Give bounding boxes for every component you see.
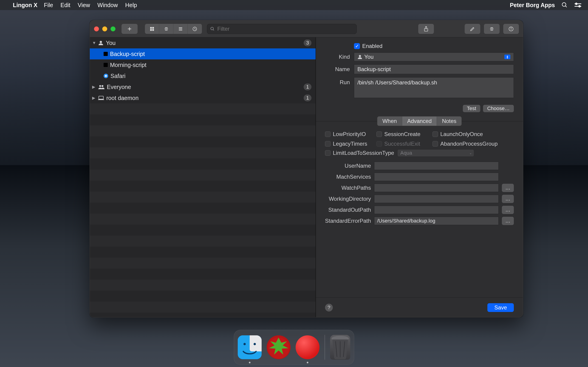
- choose-button[interactable]: Choose…: [483, 105, 514, 112]
- name-input[interactable]: [354, 65, 514, 74]
- sidebar-item-backup-script[interactable]: Backup-script: [90, 48, 316, 59]
- control-center-icon[interactable]: [574, 2, 582, 8]
- maximize-button[interactable]: [111, 26, 115, 31]
- kind-label: Kind: [325, 54, 350, 60]
- sidebar-item-safari[interactable]: Safari: [90, 70, 316, 81]
- tab-notes[interactable]: Notes: [437, 117, 461, 126]
- svg-point-28: [100, 41, 102, 43]
- sidebar-group-everyone[interactable]: ▶ Everyone 1: [90, 81, 316, 92]
- menubar-app[interactable]: Lingon X: [13, 2, 37, 8]
- traffic-lights: [94, 26, 115, 31]
- disclosure-right-icon: ▶: [92, 95, 96, 100]
- standardoutpath-browse-button[interactable]: …: [502, 206, 514, 214]
- dock-trash-icon[interactable]: [330, 335, 350, 360]
- check-lowpriorityio[interactable]: LowPriorityIO: [325, 131, 373, 137]
- dock-indicator-dot: [307, 362, 309, 363]
- kind-select[interactable]: You ▴▾: [354, 52, 514, 61]
- safari-icon: [104, 74, 108, 78]
- dock-divider: [325, 335, 325, 360]
- svg-line-20: [213, 29, 214, 30]
- machservices-input[interactable]: [374, 173, 499, 181]
- list-mode-button[interactable]: [484, 24, 500, 34]
- view-list-center-button[interactable]: [159, 24, 173, 34]
- menubar-right-title[interactable]: Peter Borg Apps: [510, 2, 555, 8]
- search-input[interactable]: [207, 24, 357, 34]
- sidebar-group-count: 3: [304, 40, 311, 46]
- help-button[interactable]: ?: [325, 304, 333, 311]
- sidebar-group-you[interactable]: ▼ You 3: [90, 37, 316, 48]
- svg-rect-8: [150, 27, 152, 28]
- minimize-button[interactable]: [102, 26, 107, 31]
- spotlight-icon[interactable]: [561, 2, 568, 8]
- tab-when[interactable]: When: [377, 117, 402, 126]
- svg-point-4: [575, 3, 578, 5]
- dock-tomato-icon[interactable]: [296, 335, 320, 359]
- test-button[interactable]: Test: [463, 105, 480, 112]
- edit-button[interactable]: [465, 24, 480, 34]
- menu-file[interactable]: File: [44, 2, 53, 8]
- menu-view[interactable]: View: [78, 2, 90, 8]
- sidebar-item-morning-script[interactable]: Morning-script: [90, 59, 316, 70]
- share-button[interactable]: [418, 24, 434, 34]
- svg-rect-32: [98, 99, 104, 100]
- svg-point-19: [211, 27, 214, 30]
- svg-point-33: [359, 55, 361, 57]
- sidebar-group-count: 1: [304, 83, 311, 90]
- dock: [234, 330, 354, 365]
- detail-footer: ? Save: [316, 298, 523, 317]
- svg-point-29: [99, 85, 101, 87]
- close-button[interactable]: [94, 26, 99, 31]
- view-history-button[interactable]: [188, 24, 202, 34]
- people-icon: [98, 84, 104, 90]
- svg-point-0: [562, 3, 566, 6]
- check-legacytimers[interactable]: LegacyTimers: [325, 141, 373, 147]
- sidebar-group-root-daemon[interactable]: ▶ root daemon 1: [90, 92, 316, 103]
- tab-advanced[interactable]: Advanced: [402, 117, 437, 126]
- name-label: Name: [325, 66, 350, 73]
- check-sessioncreate[interactable]: SessionCreate: [376, 131, 429, 137]
- dock-finder-icon[interactable]: [238, 335, 262, 359]
- check-abandonprocessgroup[interactable]: AbandonProcessGroup: [432, 141, 514, 147]
- svg-point-5: [578, 5, 581, 8]
- menubar: Lingon X File Edit View Window Help Pete…: [0, 0, 588, 10]
- disclosure-down-icon: ▼: [92, 41, 96, 45]
- view-grid-button[interactable]: [145, 24, 159, 34]
- workingdirectory-input[interactable]: [374, 195, 499, 203]
- menu-help[interactable]: Help: [125, 2, 137, 8]
- standardoutpath-input[interactable]: [374, 206, 499, 214]
- svg-point-36: [254, 343, 256, 345]
- sidebar-group-label: Everyone: [107, 84, 131, 90]
- save-button[interactable]: Save: [487, 303, 514, 312]
- sidebar-item-label: Safari: [111, 73, 125, 79]
- watchpaths-input[interactable]: [374, 184, 499, 192]
- run-input[interactable]: /bin/sh /Users/Shared/backup.sh: [354, 77, 514, 98]
- view-list-button[interactable]: [173, 24, 188, 34]
- menu-edit[interactable]: Edit: [61, 2, 70, 8]
- username-input[interactable]: [374, 162, 499, 170]
- standarderrorpath-browse-button[interactable]: …: [502, 217, 514, 225]
- disclosure-right-icon: ▶: [92, 84, 96, 90]
- enabled-checkbox[interactable]: ✓: [354, 43, 360, 49]
- detail-tabs: When Advanced Notes: [377, 116, 462, 126]
- info-button[interactable]: [503, 24, 519, 34]
- run-label: Run: [325, 77, 350, 85]
- sessiontype-select[interactable]: Aqua ⌄: [397, 149, 474, 157]
- view-segmented: [145, 24, 202, 34]
- standarderrorpath-input[interactable]: [374, 217, 499, 225]
- dock-strawberry-icon[interactable]: [267, 335, 291, 359]
- add-button[interactable]: [121, 24, 138, 34]
- dock-indicator-dot: [249, 362, 251, 363]
- check-limitloadtosessiontype[interactable]: LimitLoadToSessionType: [325, 150, 394, 156]
- svg-rect-10: [150, 29, 152, 31]
- check-launchonlyonce[interactable]: LaunchOnlyOnce: [432, 131, 514, 137]
- svg-line-1: [565, 6, 567, 7]
- chevron-updown-icon: ⌄: [469, 151, 472, 155]
- workingdirectory-browse-button[interactable]: …: [502, 195, 514, 203]
- search-icon: [210, 27, 215, 31]
- svg-point-30: [102, 85, 103, 87]
- menu-window[interactable]: Window: [97, 2, 118, 8]
- watchpaths-browse-button[interactable]: …: [502, 184, 514, 192]
- sidebar-item-label: Morning-script: [110, 62, 146, 68]
- detail-pane: ✓ Enabled Kind You ▴▾ Name Run: [316, 37, 523, 317]
- svg-rect-31: [99, 96, 103, 99]
